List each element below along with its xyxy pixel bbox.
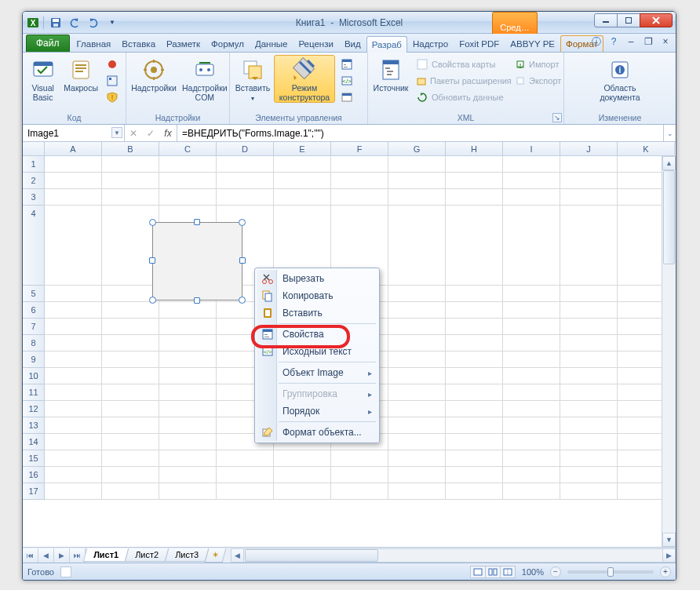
formula-input[interactable]: =ВНЕДРИТЬ("Forms.Image.1";"") [177,125,663,141]
zoom-slider-knob[interactable] [607,567,614,577]
row-header[interactable]: 3 [23,189,45,206]
file-tab[interactable]: Файл [26,35,70,52]
row-header[interactable]: 6 [23,302,45,319]
design-mode-button[interactable]: Режим конструктора [274,55,335,103]
macros-button[interactable]: Макросы [61,55,100,94]
document-panel-button[interactable]: i Область документа [594,55,646,103]
mdi-close-icon[interactable]: × [660,36,671,47]
tab-home[interactable]: Главная [71,35,117,52]
record-macro-button[interactable] [102,56,122,72]
zoom-level[interactable]: 100% [522,567,544,577]
macro-security-button[interactable]: ! [102,89,122,105]
visual-basic-button[interactable]: Visual Basic [26,55,60,103]
view-normal-icon[interactable] [470,566,486,578]
window-minimize-button[interactable] [594,13,618,27]
row-header[interactable]: 16 [23,467,45,483]
tab-developer[interactable]: Разраб [366,36,407,53]
col-header[interactable]: F [331,142,388,156]
ctx-view-code[interactable]: </> Исходный текст [257,343,377,360]
resize-handle[interactable] [194,219,200,225]
contextual-tools-tab[interactable]: Сред… [492,12,538,34]
view-pagelayout-icon[interactable] [485,566,501,578]
zoom-slider[interactable] [567,570,654,574]
col-header[interactable]: B [102,142,159,156]
view-code-button[interactable]: </> [337,73,357,89]
resize-handle[interactable] [194,297,200,304]
ctx-properties[interactable]: Свойства [257,326,377,343]
addins-button[interactable]: Надстройки [129,55,178,94]
com-addins-button[interactable]: Надстройки COM [180,55,230,103]
row-header[interactable]: 1 [23,156,45,173]
tab-addins[interactable]: Надстро [407,35,454,52]
row-header[interactable]: 14 [23,434,45,450]
tab-review[interactable]: Рецензи [293,35,338,52]
row-header[interactable]: 10 [23,368,45,384]
scroll-up-icon[interactable]: ▲ [662,156,676,170]
col-header[interactable]: I [503,142,560,156]
sheet-nav-first-icon[interactable]: ⏮ [23,548,38,563]
row-header[interactable]: 13 [23,417,45,434]
qat-save-icon[interactable] [47,15,64,31]
col-header[interactable]: A [45,142,102,156]
sheet-nav-next-icon[interactable]: ▶ [54,548,70,563]
col-header[interactable]: G [388,142,446,156]
name-box[interactable]: ▼ [23,125,125,141]
sheet-tab[interactable]: Лист3 [165,548,210,562]
scroll-down-icon[interactable]: ▼ [662,533,676,547]
row-header[interactable]: 11 [23,384,45,401]
scroll-left-icon[interactable]: ◀ [232,549,244,562]
xml-export-button[interactable]: Экспорт [511,73,560,89]
row-header[interactable]: 15 [23,450,45,467]
xml-dialog-launcher[interactable]: ↘ [552,113,562,122]
resize-handle[interactable] [149,219,156,226]
resize-handle[interactable] [149,257,155,264]
row-header[interactable]: 17 [23,483,45,500]
col-header[interactable]: C [159,142,217,156]
col-header[interactable]: E [274,142,331,156]
mdi-minimize-icon[interactable]: – [625,36,636,47]
macro-record-icon[interactable] [60,566,71,577]
sheet-nav-prev-icon[interactable]: ◀ [38,548,54,563]
window-maximize-button[interactable] [617,13,640,27]
ctx-image-object[interactable]: Объект Image▸ [257,364,377,381]
tab-data[interactable]: Данные [250,35,293,52]
relative-refs-button[interactable] [102,73,122,89]
column-headers[interactable]: A B C D E F G H I J K [45,142,662,156]
tab-foxit[interactable]: Foxit PDF [454,35,505,52]
col-header[interactable]: J [560,142,618,156]
row-header[interactable]: 2 [23,173,45,189]
vertical-scrollbar[interactable]: ▲ ▼ [662,156,676,547]
resize-handle[interactable] [149,297,156,304]
ctx-copy[interactable]: Копировать [257,287,377,304]
mdi-restore-icon[interactable]: ❐ [643,36,654,47]
ctx-grouping[interactable]: Группировка▸ [257,385,377,402]
sheet-tab[interactable]: Лист2 [125,548,170,562]
tab-insert[interactable]: Вставка [116,35,161,52]
ctx-order[interactable]: Порядок▸ [257,402,377,420]
formula-accept-icon[interactable]: ✓ [142,128,159,139]
row-header[interactable]: 9 [23,351,45,368]
resize-handle[interactable] [239,219,246,226]
row-headers[interactable]: 1 2 3 4 5 6 7 8 9 10 11 12 13 14 15 16 1… [23,156,45,547]
qat-redo-icon[interactable] [85,15,102,31]
resize-handle[interactable] [239,297,246,304]
row-header[interactable]: 12 [23,401,45,417]
tab-formulas[interactable]: Формул [206,35,250,52]
name-box-input[interactable] [26,127,121,140]
tab-view[interactable]: Вид [339,35,366,52]
xml-source-button[interactable]: Источник [371,55,410,94]
xml-refresh-button[interactable]: Обновить данные [412,89,509,105]
row-header[interactable]: 8 [23,335,45,351]
activex-image-object[interactable] [152,222,242,300]
row-header[interactable]: 7 [23,319,45,335]
tab-pagelayout[interactable]: Разметк [161,35,206,52]
help-icon[interactable]: ? [608,36,619,47]
window-close-button[interactable] [640,13,673,27]
select-all-corner[interactable] [23,142,45,156]
xml-map-properties-button[interactable]: Свойства карты [412,56,509,72]
xml-expansion-packs-button[interactable]: Пакеты расширения [412,73,509,89]
excel-app-icon[interactable]: X [26,16,40,30]
col-header[interactable]: D [217,142,274,156]
tab-abbyy[interactable]: ABBYY PE [505,35,560,52]
horizontal-scrollbar[interactable]: ◀ ▶ [231,548,676,563]
